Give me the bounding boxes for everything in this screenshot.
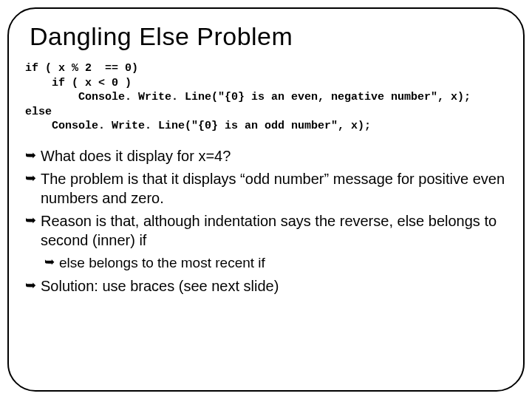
bullet-text: The problem is that it displays “odd num… (41, 170, 507, 208)
code-line: if ( x < 0 ) (25, 77, 132, 89)
code-line: Console. Write. Line("{0} is an odd numb… (25, 120, 371, 132)
bullet-icon: ➥ (25, 277, 36, 296)
code-line: Console. Write. Line("{0} is an even, ne… (25, 91, 471, 103)
bullet-item: ➥ Solution: use braces (see next slide) (25, 277, 507, 296)
code-line: else (25, 106, 52, 118)
slide-title: Dangling Else Problem (30, 22, 507, 51)
bullet-icon: ➥ (25, 147, 36, 166)
slide-frame: Dangling Else Problem if ( x % 2 == 0) i… (7, 7, 525, 392)
bullet-text: else belongs to the most recent if (59, 254, 265, 272)
bullet-item: ➥ Reason is that, although indentation s… (25, 212, 507, 250)
bullet-item: ➥ What does it display for x=4? (25, 147, 507, 166)
bullet-item: ➥ The problem is that it displays “odd n… (25, 170, 507, 208)
bullet-text: What does it display for x=4? (41, 147, 231, 166)
bullet-text: Reason is that, although indentation say… (41, 212, 507, 250)
bullet-icon: ➥ (25, 170, 36, 208)
code-line: if ( x % 2 == 0) (25, 62, 138, 75)
bullet-list: ➥ What does it display for x=4? ➥ The pr… (25, 147, 507, 296)
bullet-text: Solution: use braces (see next slide) (41, 277, 279, 296)
bullet-icon: ➥ (25, 212, 36, 250)
sub-bullet-item: ➥ else belongs to the most recent if (44, 254, 507, 272)
bullet-icon: ➥ (44, 254, 55, 272)
code-block: if ( x % 2 == 0) if ( x < 0 ) Console. W… (25, 61, 507, 134)
